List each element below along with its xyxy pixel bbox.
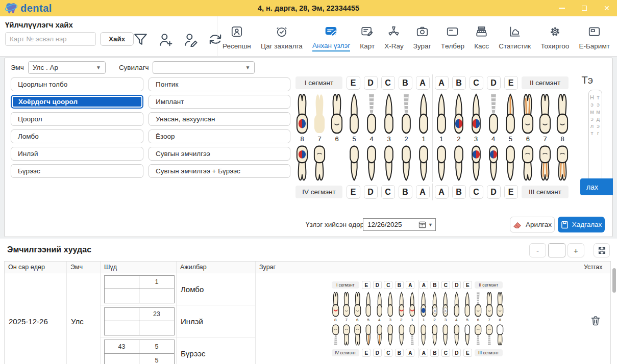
tooth[interactable] xyxy=(408,324,417,346)
tooth[interactable] xyxy=(364,291,373,318)
tooth-letter-button[interactable]: E xyxy=(362,349,371,357)
tooth-letter-button[interactable]: E xyxy=(463,349,472,357)
tooth-letter-button[interactable]: D xyxy=(364,185,378,199)
tooth[interactable] xyxy=(331,291,340,318)
tooth-letter-button[interactable]: A xyxy=(419,349,428,357)
side-blue-button[interactable]: лах xyxy=(580,178,613,195)
tooth[interactable] xyxy=(468,92,484,135)
tooth[interactable] xyxy=(537,144,553,182)
tooth-letter-button[interactable]: B xyxy=(399,185,412,199)
zoom-level-input[interactable] xyxy=(548,243,565,257)
tooth[interactable] xyxy=(503,144,518,182)
tooth[interactable] xyxy=(364,324,373,346)
tooth[interactable] xyxy=(468,144,484,182)
nav-item-exam[interactable]: Анхан үзлэг xyxy=(312,21,350,51)
tooth[interactable] xyxy=(408,291,417,318)
treatment-button[interactable]: Сувгын эмчилгээ xyxy=(149,147,290,161)
tooth-letter-button[interactable]: E xyxy=(362,281,371,289)
tooth-letter-button[interactable]: C xyxy=(381,76,395,90)
additional-marks-button[interactable]: Нэмэлт тэмдэг xyxy=(588,90,602,183)
tooth[interactable] xyxy=(496,291,505,318)
tooth[interactable] xyxy=(381,92,397,135)
tooth-letter-button[interactable]: C xyxy=(384,349,392,357)
treatment-button[interactable]: Сувгын эмчилгээ + Бүрээс xyxy=(149,164,290,178)
tooth[interactable] xyxy=(555,144,570,182)
tooth-letter-button[interactable]: C xyxy=(441,349,450,357)
tooth[interactable] xyxy=(397,324,406,346)
tooth[interactable] xyxy=(441,324,450,346)
treatment-button[interactable]: Ёзоор xyxy=(149,129,290,143)
treatment-button[interactable]: Бүрээс xyxy=(11,164,143,178)
delete-visit-button[interactable] xyxy=(580,273,610,364)
tooth[interactable] xyxy=(364,92,379,135)
maximize-button[interactable] xyxy=(579,3,589,13)
tooth[interactable] xyxy=(375,324,384,346)
tooth-letter-button[interactable]: E xyxy=(347,185,360,199)
nav-item-payment[interactable]: Төлбөр xyxy=(441,22,464,51)
tooth[interactable] xyxy=(364,144,379,182)
nav-item-reception[interactable]: Ресепшн xyxy=(223,22,251,51)
tooth-letter-button[interactable]: A xyxy=(435,76,449,90)
tooth[interactable]: In xyxy=(430,291,439,318)
add-patient-icon[interactable] xyxy=(157,32,174,49)
tooth[interactable] xyxy=(485,324,494,346)
tooth-letter-button[interactable]: B xyxy=(452,76,466,90)
tooth[interactable] xyxy=(399,92,414,135)
minimize-button[interactable] xyxy=(557,3,567,13)
zoom-in-button[interactable]: + xyxy=(567,243,584,257)
treatment-button[interactable]: Хоёрдогч цоорол xyxy=(11,95,143,109)
tooth[interactable] xyxy=(312,144,327,182)
tooth-letter-button[interactable]: A xyxy=(416,76,430,90)
tooth[interactable] xyxy=(520,92,535,135)
nav-item-photo[interactable]: Зураг xyxy=(413,22,431,51)
tooth[interactable] xyxy=(386,324,395,346)
tooth[interactable] xyxy=(331,324,340,346)
tooth-letter-button[interactable]: B xyxy=(430,349,439,357)
tooth[interactable] xyxy=(537,92,553,135)
tooth-letter-button[interactable]: A xyxy=(416,185,430,199)
tooth[interactable] xyxy=(342,291,351,318)
tooth[interactable] xyxy=(451,144,466,182)
tooth[interactable] xyxy=(503,92,518,135)
treatment-button[interactable]: Инлэй xyxy=(11,147,143,161)
tooth[interactable] xyxy=(520,144,535,182)
tooth-letter-button[interactable]: A xyxy=(419,281,428,289)
history-scrollbar[interactable] xyxy=(612,262,616,362)
edit-patient-icon[interactable] xyxy=(183,32,199,49)
tooth-letter-button[interactable]: D xyxy=(452,281,461,289)
tooth-letter-button[interactable]: D xyxy=(487,185,501,199)
close-button[interactable]: ✕ xyxy=(602,3,612,13)
tooth[interactable]: In xyxy=(441,291,450,318)
nav-item-ereceipt[interactable]: Е-Баримт xyxy=(579,22,609,51)
nav-item-appointment[interactable]: Цаг захиалга xyxy=(261,22,303,51)
treatment-button[interactable]: Понтик xyxy=(149,77,290,91)
tooth[interactable] xyxy=(430,324,439,346)
treatment-button[interactable]: Ломбо xyxy=(11,129,143,143)
tooth-letter-button[interactable]: E xyxy=(504,185,518,199)
save-button[interactable]: Хадгалах xyxy=(558,217,605,232)
tooth[interactable] xyxy=(474,324,483,346)
tooth[interactable] xyxy=(312,92,327,135)
treatment-button[interactable]: Цоорлын толбо xyxy=(11,77,143,91)
search-button[interactable]: Хайх xyxy=(100,32,134,46)
tooth[interactable] xyxy=(451,92,466,135)
expand-button[interactable] xyxy=(594,243,610,257)
tooth[interactable] xyxy=(555,92,570,135)
tooth-letter-button[interactable]: D xyxy=(364,76,378,90)
nurse-select[interactable]: ▼ xyxy=(153,61,255,74)
tooth-letter-button[interactable]: A xyxy=(406,281,414,289)
tooth[interactable] xyxy=(294,144,310,182)
tooth[interactable] xyxy=(342,324,351,346)
search-input[interactable] xyxy=(5,32,96,46)
tooth[interactable] xyxy=(419,324,428,346)
tooth[interactable] xyxy=(353,324,362,346)
tooth-letter-button[interactable]: C xyxy=(470,76,483,90)
tooth[interactable] xyxy=(452,324,461,346)
tooth[interactable] xyxy=(434,144,449,182)
tooth-letter-button[interactable]: B xyxy=(452,185,466,199)
tooth[interactable] xyxy=(419,291,428,318)
doctor-select[interactable]: Улс . Ар ▼ xyxy=(28,61,106,74)
tooth-letter-button[interactable]: C xyxy=(384,281,392,289)
tooth[interactable] xyxy=(416,144,431,182)
filter-icon[interactable] xyxy=(133,32,149,49)
